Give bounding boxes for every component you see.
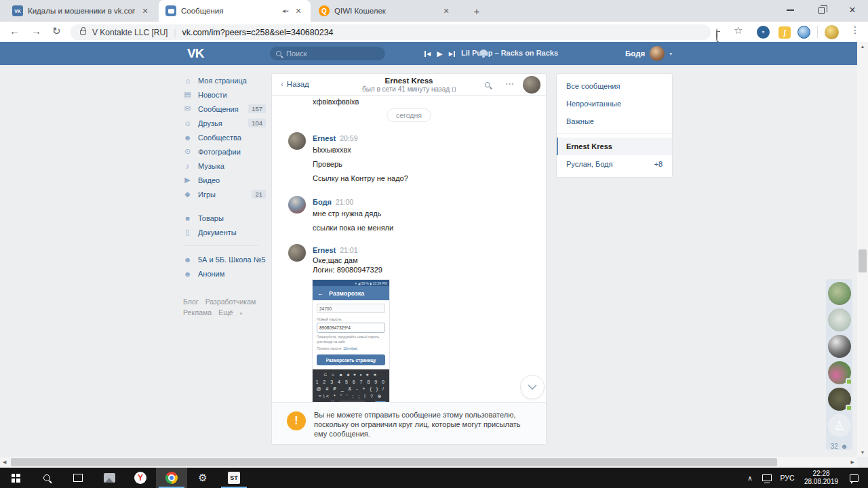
sidebar-item-photos[interactable]: ⊙Фотографии bbox=[183, 144, 267, 159]
friend-avatar[interactable] bbox=[828, 282, 851, 305]
sidebar-item-market[interactable]: ■Товары bbox=[183, 211, 267, 225]
avatar[interactable] bbox=[288, 244, 306, 262]
dialog-item-group[interactable]: Руслан, Бодя+8 bbox=[557, 155, 672, 173]
message-history[interactable]: хфвівхфввіхв сегодня Ernest20:59 Ыххывхх… bbox=[272, 96, 546, 402]
attached-screenshot[interactable]: ▾ ◢ 58 % ▮ 10:59 PM ← Разморозка 24700 Н… bbox=[313, 280, 389, 402]
sidebar-item-communities[interactable]: ☻Сообщества bbox=[183, 130, 267, 144]
task-view-button[interactable] bbox=[62, 468, 94, 488]
bookmark-star-icon[interactable]: ☆ bbox=[734, 24, 743, 37]
horizontal-scrollbar[interactable]: ◀ ▶ bbox=[0, 457, 857, 468]
footer-link-developers[interactable]: Разработчикам bbox=[205, 298, 256, 306]
taskbar-photos-button[interactable] bbox=[94, 468, 125, 488]
footer-link-ads[interactable]: Реклама bbox=[183, 308, 212, 317]
vertical-scrollbar[interactable]: ▲ ▼ bbox=[857, 42, 868, 457]
windows-logo-icon bbox=[12, 474, 20, 483]
avatar[interactable] bbox=[288, 196, 306, 214]
extension-blue-icon[interactable] bbox=[797, 26, 810, 39]
sidebar-item-music[interactable]: ♪Музыка bbox=[183, 159, 267, 173]
action-center-button[interactable] bbox=[844, 468, 864, 488]
network-tray-icon[interactable] bbox=[758, 468, 776, 488]
play-icon[interactable]: ▶ bbox=[437, 49, 442, 58]
tab-close-icon[interactable]: × bbox=[441, 5, 452, 16]
footer-link-blog[interactable]: Блог bbox=[183, 298, 199, 306]
sidebar-item-my-page[interactable]: ⌂Моя страница bbox=[183, 73, 267, 87]
taskbar-st-app-button[interactable]: ST bbox=[218, 468, 250, 488]
sidebar-item-video[interactable]: ▶Видео bbox=[183, 173, 267, 187]
scroll-down-arrow-icon[interactable]: ▼ bbox=[857, 450, 868, 455]
author-name[interactable]: Бодя bbox=[313, 198, 332, 206]
now-playing-title[interactable]: Lil Pump – Racks on Racks bbox=[461, 49, 558, 57]
sidebar-item-messages[interactable]: ✉Сообщения157 bbox=[183, 102, 267, 116]
tray-show-hidden-icons[interactable]: ∧ bbox=[742, 468, 758, 488]
dialog-item-ernest[interactable]: Ernest Kress bbox=[557, 138, 672, 155]
sidebar-label: Моя страница bbox=[198, 77, 247, 85]
sidebar-item-anonim-group[interactable]: ☻Аноним bbox=[183, 266, 267, 281]
sidebar-item-news[interactable]: ▤Новости bbox=[183, 87, 267, 102]
taskbar-search-button[interactable] bbox=[31, 468, 62, 488]
scroll-to-bottom-button[interactable] bbox=[520, 375, 545, 399]
friend-avatar[interactable] bbox=[828, 388, 851, 411]
scroll-left-arrow-icon[interactable]: ◀ bbox=[3, 460, 6, 465]
vertical-scroll-thumb[interactable] bbox=[859, 249, 867, 272]
tab-close-icon[interactable]: × bbox=[293, 5, 304, 16]
close-button[interactable]: × bbox=[837, 0, 868, 20]
notifications-bell-icon[interactable] bbox=[479, 49, 488, 56]
back-button[interactable]: ← bbox=[9, 25, 20, 37]
avatar[interactable] bbox=[288, 132, 306, 150]
online-friends-count[interactable]: 32☻ bbox=[831, 443, 848, 450]
sidebar-gap bbox=[183, 201, 267, 211]
new-tab-button[interactable]: + bbox=[469, 4, 484, 19]
author-name[interactable]: Ernest bbox=[313, 246, 336, 254]
start-button[interactable] bbox=[0, 468, 31, 488]
tab-muted-speaker-icon[interactable]: ◄× bbox=[281, 8, 288, 14]
forward-button[interactable]: → bbox=[31, 25, 41, 37]
vk-logo[interactable]: VK bbox=[187, 46, 203, 61]
next-track-icon[interactable]: ▶ bbox=[449, 51, 455, 57]
previous-track-icon[interactable]: ◀ bbox=[425, 51, 431, 57]
taskbar-chrome-button[interactable] bbox=[156, 468, 187, 488]
minimize-button[interactable] bbox=[774, 0, 806, 20]
filter-important[interactable]: Важные bbox=[557, 113, 672, 130]
site-identity[interactable]: V Kontakte LLC [RU] bbox=[92, 28, 167, 37]
search-icon bbox=[276, 51, 281, 56]
restore-button[interactable] bbox=[806, 0, 837, 20]
filter-all-messages[interactable]: Все сообщения bbox=[557, 77, 672, 95]
account-menu[interactable]: Бодя ▾ bbox=[625, 42, 672, 65]
chat-search-icon[interactable] bbox=[485, 82, 490, 87]
zoom-out-indicator-icon[interactable] bbox=[716, 29, 717, 41]
chat-menu-icon[interactable]: ⋯ bbox=[505, 79, 515, 89]
address-bar[interactable]: V Kontakte LLC [RU] | vk.com/im?peers=c2… bbox=[71, 24, 711, 40]
taskbar-clock[interactable]: 22:28 28.08.2019 bbox=[800, 468, 842, 488]
reload-button[interactable]: ↻ bbox=[52, 25, 61, 37]
friend-avatar[interactable]: ♙ bbox=[828, 414, 851, 437]
horizontal-scroll-thumb[interactable] bbox=[11, 458, 777, 466]
author-name[interactable]: Ernest bbox=[313, 134, 336, 142]
tab-messages[interactable]: Сообщения ◄× × bbox=[159, 0, 311, 22]
friend-avatar[interactable] bbox=[828, 361, 851, 384]
friend-avatar[interactable] bbox=[828, 308, 851, 331]
filter-unread[interactable]: Непрочитанные bbox=[557, 95, 672, 113]
sidebar-item-friends[interactable]: ☺Друзья104 bbox=[183, 116, 267, 130]
taskbar-settings-button[interactable]: ⚙ bbox=[187, 468, 218, 488]
sidebar-item-games[interactable]: ◆Игры21 bbox=[183, 187, 267, 201]
peer-avatar[interactable] bbox=[523, 76, 540, 94]
extension-vk-saver-icon[interactable]: » bbox=[757, 26, 770, 39]
tab-close-icon[interactable]: × bbox=[140, 5, 151, 16]
extension-yellow-icon[interactable]: ʃ bbox=[778, 26, 791, 39]
browser-menu-icon[interactable]: ⋮ bbox=[850, 24, 860, 35]
scroll-up-arrow-icon[interactable]: ▲ bbox=[857, 44, 868, 49]
sidebar-item-school-group[interactable]: ☻5А и 5Б. Школа №5 bbox=[183, 252, 267, 266]
language-indicator[interactable]: РУС bbox=[776, 468, 799, 488]
search-input[interactable]: Поиск bbox=[270, 47, 385, 60]
scroll-right-arrow-icon[interactable]: ▶ bbox=[851, 460, 854, 465]
browser-profile-avatar[interactable] bbox=[825, 25, 839, 39]
taskbar-yandex-button[interactable]: Y bbox=[125, 468, 156, 488]
footer-link-more[interactable]: Ещё bbox=[218, 308, 233, 317]
sidebar-item-documents[interactable]: ▯Документы bbox=[183, 225, 267, 239]
document-icon: ▯ bbox=[183, 228, 192, 237]
chat-header: ‹Назад Ernest Kress был в сети 41 минуту… bbox=[272, 74, 546, 96]
tab-qiwi[interactable]: Q QIWI Кошелек × bbox=[312, 0, 458, 22]
tab-vk-group[interactable]: VK Кидалы и мошенники в vk.com × bbox=[5, 0, 157, 22]
page-url[interactable]: vk.com/im?peers=c258&sel=340680234 bbox=[182, 28, 334, 37]
friend-avatar[interactable] bbox=[828, 335, 851, 358]
